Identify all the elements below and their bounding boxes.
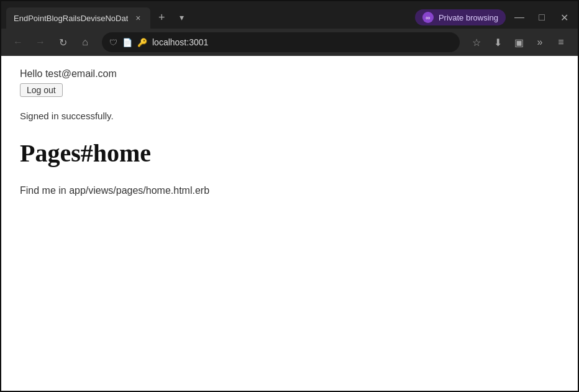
more-tools-button[interactable]: » — [531, 33, 549, 52]
tab-dropdown-button[interactable]: ▾ — [173, 9, 190, 26]
browser-window: EndPointBlogRailsDeviseNoDat × + ▾ ∞ Pri… — [0, 0, 579, 392]
bookmark-button[interactable]: ☆ — [467, 33, 486, 52]
back-button[interactable]: ← — [9, 33, 27, 52]
new-tab-button[interactable]: + — [153, 9, 170, 26]
browser-toolbar: ← → ↻ ⌂ 🛡 📄 🔑 ☆ ⬇ ▣ » ≡ — [1, 29, 578, 56]
maximize-button[interactable]: □ — [533, 9, 550, 26]
toolbar-right: ☆ ⬇ ▣ » ≡ — [467, 33, 570, 52]
tab-title: EndPointBlogRailsDeviseNoDat — [14, 14, 128, 23]
page-subtitle: Find me in app/views/pages/home.html.erb — [20, 185, 559, 196]
address-bar-container[interactable]: 🛡 📄 🔑 — [102, 32, 460, 52]
download-button[interactable]: ⬇ — [488, 33, 507, 52]
private-browsing-label: Private browsing — [439, 13, 498, 22]
tab-bar: EndPointBlogRailsDeviseNoDat × + ▾ ∞ Pri… — [1, 1, 578, 29]
close-window-button[interactable]: ✕ — [555, 9, 573, 26]
home-button[interactable]: ⌂ — [76, 33, 94, 52]
minimize-button[interactable]: — — [511, 9, 528, 26]
key-icon: 🔑 — [137, 38, 147, 47]
shield-icon: 🛡 — [109, 38, 117, 47]
address-input[interactable] — [152, 37, 452, 47]
private-browsing-button[interactable]: ∞ Private browsing — [415, 9, 506, 25]
forward-button[interactable]: → — [31, 33, 50, 52]
logout-button[interactable]: Log out — [20, 83, 63, 97]
hello-text: Hello test@email.com — [20, 68, 559, 80]
sidebar-button[interactable]: ▣ — [509, 33, 528, 52]
menu-button[interactable]: ≡ — [552, 33, 570, 52]
browser-tab-active[interactable]: EndPointBlogRailsDeviseNoDat × — [6, 7, 150, 29]
page-icon: 📄 — [122, 38, 132, 47]
reload-button[interactable]: ↻ — [53, 33, 72, 52]
tab-close-button[interactable]: × — [133, 13, 143, 23]
private-browsing-icon: ∞ — [422, 12, 434, 23]
page-heading: Pages#home — [20, 139, 559, 168]
tab-bar-right: ∞ Private browsing — □ ✕ — [415, 9, 573, 26]
content-area: Hello test@email.com Log out Signed in s… — [1, 56, 578, 391]
signed-in-message: Signed in successfully. — [20, 111, 559, 121]
